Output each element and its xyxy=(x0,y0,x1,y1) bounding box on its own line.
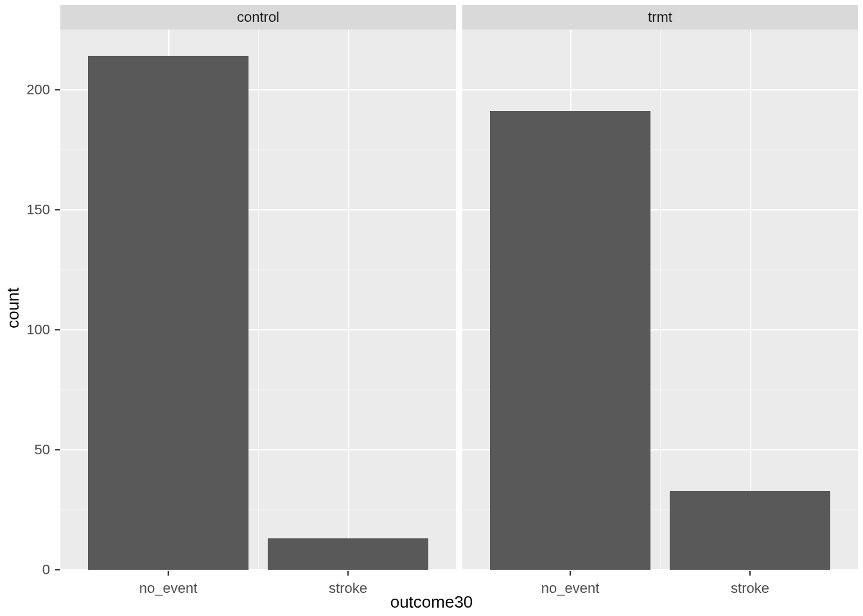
x-tick-label: no_event xyxy=(541,580,600,597)
facet-label: trmt xyxy=(648,9,672,26)
x-tick-label: no_event xyxy=(139,580,198,597)
x-tick-label: stroke xyxy=(329,580,367,597)
bar xyxy=(670,491,830,570)
y-tick-label: 0 xyxy=(0,561,50,578)
grid-line-minor xyxy=(660,30,661,570)
x-tick-mark xyxy=(570,571,571,576)
x-axis-label: outcome30 xyxy=(390,592,473,612)
grid-line-minor xyxy=(258,30,259,570)
facet-strip-trmt: trmt xyxy=(462,5,858,30)
grid-line-minor xyxy=(750,30,751,570)
y-tick-label: 150 xyxy=(0,201,50,218)
grid-line-minor xyxy=(348,30,349,570)
x-tick-mark xyxy=(749,571,751,576)
facet-label: control xyxy=(237,9,279,26)
x-tick-label: stroke xyxy=(731,580,769,597)
y-tick-label: 200 xyxy=(0,81,50,98)
bar xyxy=(88,56,248,570)
facet-panel-trmt xyxy=(462,30,858,570)
y-tick-mark xyxy=(55,89,60,90)
bar xyxy=(490,111,650,570)
y-tick-mark xyxy=(55,209,60,210)
y-tick-mark xyxy=(55,329,60,330)
bar xyxy=(268,538,428,570)
facet-panel-control xyxy=(60,30,456,570)
x-tick-mark xyxy=(168,571,169,576)
x-tick-mark xyxy=(347,571,349,576)
facet-strip-control: control xyxy=(60,5,456,30)
faceted-bar-chart: count outcome30 control trmt 0 50 100 15… xyxy=(0,0,863,616)
y-tick-mark xyxy=(55,449,60,450)
y-tick-label: 100 xyxy=(0,321,50,338)
y-tick-mark xyxy=(55,569,60,570)
y-tick-label: 50 xyxy=(0,441,50,458)
